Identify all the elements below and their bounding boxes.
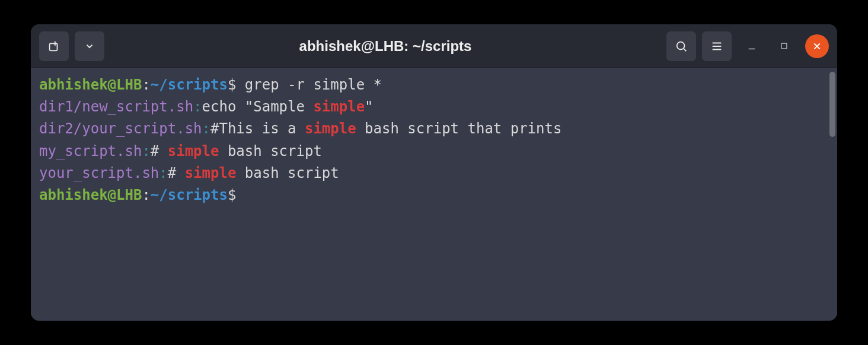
scrollbar-thumb[interactable]	[829, 72, 835, 137]
grep-result-line: your_script.sh:# simple bash script	[39, 162, 829, 184]
result-file: my_script.sh	[39, 143, 142, 159]
prompt-line: abhishek@LHB:~/scripts$ grep -r simple *	[39, 74, 829, 96]
grep-result-line: dir1/new_script.sh:echo "Sample simple"	[39, 96, 829, 118]
menu-button[interactable]	[702, 31, 732, 61]
search-icon	[675, 40, 688, 53]
search-button[interactable]	[666, 31, 696, 61]
prompt-line: abhishek@LHB:~/scripts$	[39, 184, 829, 206]
maximize-icon	[780, 41, 789, 50]
titlebar: abhishek@LHB: ~/scripts	[31, 24, 837, 68]
prompt-user: abhishek	[39, 76, 108, 93]
grep-match: simple	[313, 98, 365, 115]
minimize-button[interactable]	[740, 34, 764, 58]
close-button[interactable]	[805, 34, 829, 58]
terminal-window: abhishek@LHB: ~/scripts	[31, 24, 837, 321]
result-file: dir1/new_script.sh	[39, 98, 193, 115]
grep-match: simple	[168, 143, 219, 159]
grep-match: simple	[185, 165, 237, 181]
svg-line-4	[684, 48, 687, 51]
svg-point-3	[677, 41, 685, 49]
grep-result-line: dir2/your_script.sh:#This is a simple ba…	[39, 118, 829, 140]
hamburger-icon	[710, 40, 723, 53]
svg-rect-0	[50, 43, 58, 50]
prompt-host: LHB	[116, 76, 142, 93]
prompt-symbol: $	[228, 76, 236, 93]
result-file: dir2/your_script.sh	[39, 120, 202, 137]
tab-dropdown-button[interactable]	[75, 31, 104, 61]
terminal-body[interactable]: abhishek@LHB:~/scripts$ grep -r simple *…	[31, 68, 837, 321]
minimize-icon	[746, 41, 757, 52]
prompt-path: ~/scripts	[151, 76, 228, 93]
new-tab-icon	[47, 40, 60, 53]
close-icon	[812, 41, 822, 51]
svg-rect-9	[781, 43, 787, 49]
maximize-button[interactable]	[772, 34, 796, 58]
grep-match: simple	[305, 120, 356, 137]
new-tab-button[interactable]	[39, 31, 69, 61]
grep-result-line: my_script.sh:# simple bash script	[39, 140, 829, 162]
chevron-down-icon	[84, 41, 95, 52]
result-file: your_script.sh	[39, 165, 159, 181]
window-title: abhishek@LHB: ~/scripts	[299, 38, 472, 55]
command-text: grep -r simple *	[245, 76, 382, 93]
